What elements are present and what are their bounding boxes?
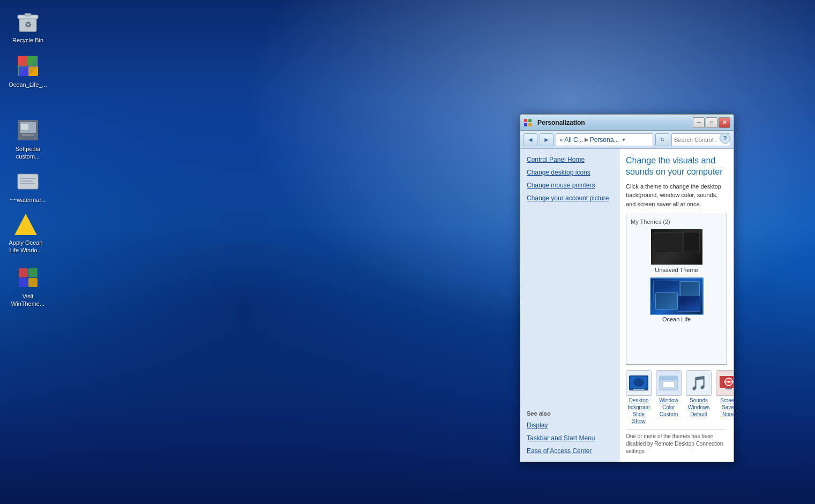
control-panel-window: Personalization ─ □ ✕ ◄ ► « All C... ▶ P… — [520, 114, 734, 462]
nav-ease-of-access[interactable]: Ease of Access Center — [520, 445, 619, 457]
sounds-icon: 🎵 — [686, 370, 712, 396]
svg-rect-12 — [22, 134, 34, 136]
desktop-background-label: DesktopbckgrounSlideShow — [627, 397, 649, 425]
theme-item-ocean-life[interactable]: Ocean Life — [631, 277, 722, 322]
my-themes-title: My Themes (2) — [631, 219, 722, 225]
svg-point-30 — [633, 378, 644, 387]
svg-rect-2 — [25, 13, 31, 16]
svg-rect-9 — [28, 66, 38, 76]
desktop-icon-softpedia[interactable]: Softpedia custom... — [6, 115, 49, 163]
desktop-icon-watermark[interactable]: ~~watermar... — [6, 166, 49, 206]
minimize-button[interactable]: ─ — [693, 117, 705, 128]
svg-rect-25 — [528, 119, 532, 122]
desktop-background-item[interactable]: ▬▬▬ DesktopbckgrounSlideShow — [626, 370, 652, 425]
svg-rect-13 — [21, 124, 28, 130]
breadcrumb-personalization: Persona... — [590, 136, 619, 144]
svg-text:▬▬▬: ▬▬▬ — [633, 387, 645, 390]
svg-rect-7 — [28, 57, 38, 66]
right-content-panel: Change the visuals and sounds on your co… — [619, 149, 734, 462]
svg-point-38 — [728, 381, 730, 383]
sounds-label: SoundsWindowsDefault — [688, 397, 710, 418]
ocean-thumb-bg — [651, 279, 702, 314]
nav-display[interactable]: Display — [520, 419, 619, 432]
nav-control-panel-home[interactable]: Control Panel Home — [520, 153, 619, 166]
window-color-label: WindowColorCustom — [659, 397, 678, 418]
nav-change-account-picture[interactable]: Change your account picture — [520, 192, 619, 205]
nav-taskbar[interactable]: Taskbar and Start Menu — [520, 432, 619, 445]
personalization-title-icon — [524, 118, 532, 127]
sounds-item[interactable]: 🎵 SoundsWindowsDefault — [686, 370, 712, 418]
svg-rect-34 — [663, 381, 675, 388]
customization-bar: ▬▬▬ DesktopbckgrounSlideShow — [626, 370, 727, 425]
svg-rect-20 — [19, 268, 28, 277]
panel-description: Click a theme to change the desktop back… — [626, 182, 727, 209]
recycle-bin-icon: ♻ — [15, 9, 41, 34]
ocean-life-label: Ocean_Life_... — [9, 81, 47, 88]
svg-rect-21 — [28, 268, 38, 277]
svg-rect-8 — [19, 66, 28, 76]
desktop-icon-recycle-bin[interactable]: ♻ Recycle Bin — [6, 6, 49, 46]
screen-saver-icon — [716, 370, 734, 396]
softpedia-label: Softpedia custom... — [9, 145, 47, 161]
screen-saver-label: ScreenSaverNone — [720, 397, 734, 418]
wintheme-label: Visit WinTheme... — [9, 292, 47, 308]
watermark-icon — [15, 168, 41, 194]
ocean-life-theme-name: Ocean Life — [662, 316, 691, 322]
svg-text:♻: ♻ — [25, 20, 32, 29]
wintheme-icon — [15, 265, 41, 290]
svg-rect-22 — [19, 278, 28, 287]
desktop: ♻ Recycle Bin — [0, 0, 815, 504]
forward-button[interactable]: ► — [540, 133, 554, 146]
see-also-title: See also — [520, 405, 619, 419]
left-nav-panel: Control Panel Home Change desktop icons … — [520, 149, 619, 462]
help-button[interactable]: ? — [720, 133, 730, 144]
title-bar: Personalization ─ □ ✕ — [520, 115, 734, 131]
panel-title: Change the visuals and sounds on your co… — [626, 155, 727, 178]
desktop-icon-wintheme[interactable]: Visit WinTheme... — [6, 262, 49, 310]
theme-item-unsaved[interactable]: Unsaved Theme — [631, 228, 722, 273]
breadcrumb-separator: ▶ — [585, 137, 589, 142]
svg-rect-14 — [18, 174, 38, 189]
svg-rect-23 — [28, 278, 38, 287]
refresh-button[interactable]: ↻ — [655, 133, 669, 146]
svg-rect-24 — [524, 119, 527, 122]
unsaved-theme-thumbnail — [650, 228, 704, 266]
svg-rect-6 — [19, 57, 28, 66]
recycle-bin-label: Recycle Bin — [12, 36, 43, 44]
ocean-life-icon — [15, 53, 41, 79]
title-bar-controls: ─ □ ✕ — [693, 117, 730, 128]
softpedia-icon — [15, 117, 41, 143]
ocean-life-theme-thumbnail — [650, 277, 704, 315]
apply-ocean-label: Apply Ocean Life Windo... — [6, 239, 45, 254]
svg-rect-26 — [524, 123, 527, 126]
nav-change-mouse-pointers[interactable]: Change mouse pointers — [520, 179, 619, 192]
close-button[interactable]: ✕ — [719, 117, 730, 128]
desktop-icon-apply-ocean[interactable]: ★ Apply Ocean Life Windo... — [4, 209, 47, 257]
breadcrumb-dropdown[interactable]: ▼ — [621, 137, 626, 142]
back-button[interactable]: ◄ — [524, 133, 537, 146]
screen-saver-item[interactable]: ScreenSaverNone — [716, 370, 734, 418]
breadcrumb[interactable]: « All C... ▶ Persona... ▼ — [556, 133, 653, 146]
svg-rect-33 — [660, 376, 678, 380]
svg-rect-39 — [726, 388, 732, 389]
desktop-icon-ocean-life[interactable]: Ocean_Life_... — [6, 51, 49, 91]
window-color-icon — [656, 370, 682, 396]
window-body: Control Panel Home Change desktop icons … — [520, 149, 734, 462]
window-title: Personalization — [537, 119, 585, 126]
desktop-background-icon: ▬▬▬ — [626, 370, 652, 396]
rdp-note: One or more of the themes has been disab… — [626, 429, 727, 455]
svg-rect-27 — [528, 123, 532, 126]
apply-ocean-icon: ★ — [13, 211, 39, 237]
search-input[interactable] — [674, 137, 717, 143]
address-bar: ◄ ► « All C... ▶ Persona... ▼ ↻ 🔍 — [520, 131, 734, 149]
maximize-button[interactable]: □ — [706, 117, 717, 128]
nav-change-desktop-icons[interactable]: Change desktop icons — [520, 166, 619, 179]
unsaved-theme-name: Unsaved Theme — [655, 267, 698, 273]
theme-scroll-area[interactable]: My Themes (2) Unsaved Theme — [626, 214, 727, 365]
svg-text:★: ★ — [21, 222, 31, 234]
watermark-label: ~~watermar... — [10, 196, 46, 204]
window-color-item[interactable]: WindowColorCustom — [656, 370, 682, 418]
breadcrumb-allcontrol: « All C... — [559, 136, 584, 144]
